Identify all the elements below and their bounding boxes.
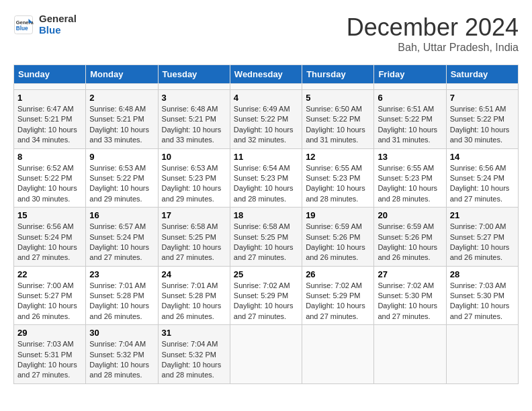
day-number: 12	[306, 152, 370, 162]
calendar-cell	[230, 325, 302, 384]
calendar-week-0	[14, 84, 519, 90]
day-number: 9	[89, 152, 154, 162]
day-number: 27	[378, 269, 442, 279]
day-number: 2	[89, 93, 154, 103]
day-info: Sunrise: 7:02 AMSunset: 5:29 PMDaylight:…	[306, 281, 370, 322]
calendar-cell: 31Sunrise: 7:04 AMSunset: 5:32 PMDayligh…	[158, 325, 230, 384]
calendar-cell: 3Sunrise: 6:48 AMSunset: 5:21 PMDaylight…	[158, 90, 230, 149]
calendar-cell	[230, 84, 302, 90]
day-info: Sunrise: 6:59 AMSunset: 5:26 PMDaylight:…	[378, 222, 442, 263]
day-number: 6	[378, 93, 442, 103]
calendar-week-1: 1Sunrise: 6:47 AMSunset: 5:21 PMDaylight…	[14, 90, 519, 149]
day-info: Sunrise: 6:51 AMSunset: 5:22 PMDaylight:…	[378, 104, 442, 146]
day-number: 4	[234, 93, 298, 103]
day-info: Sunrise: 6:50 AMSunset: 5:22 PMDaylight:…	[306, 104, 370, 146]
header-friday: Friday	[374, 65, 446, 84]
day-number: 29	[17, 328, 82, 338]
calendar-cell: 1Sunrise: 6:47 AMSunset: 5:21 PMDaylight…	[14, 90, 86, 149]
calendar-cell: 10Sunrise: 6:53 AMSunset: 5:23 PMDayligh…	[158, 148, 230, 208]
header-wednesday: Wednesday	[230, 65, 302, 84]
calendar-cell: 29Sunrise: 7:03 AMSunset: 5:31 PMDayligh…	[14, 325, 86, 384]
calendar-cell	[14, 84, 86, 90]
day-number: 30	[89, 328, 154, 338]
day-number: 25	[234, 269, 298, 279]
day-info: Sunrise: 6:58 AMSunset: 5:25 PMDaylight:…	[162, 222, 226, 263]
calendar-cell	[446, 325, 518, 384]
page-header: General Blue General Blue December 2024 …	[13, 13, 519, 54]
day-info: Sunrise: 6:55 AMSunset: 5:23 PMDaylight:…	[378, 163, 442, 205]
day-number: 11	[234, 152, 298, 162]
logo-text-blue: Blue	[39, 25, 77, 36]
day-number: 5	[306, 93, 370, 103]
calendar-cell: 14Sunrise: 6:56 AMSunset: 5:24 PMDayligh…	[446, 148, 518, 208]
calendar-cell: 17Sunrise: 6:58 AMSunset: 5:25 PMDayligh…	[158, 208, 230, 267]
day-info: Sunrise: 6:56 AMSunset: 5:24 PMDaylight:…	[17, 222, 82, 263]
day-number: 18	[234, 210, 298, 220]
calendar-cell: 27Sunrise: 7:02 AMSunset: 5:30 PMDayligh…	[374, 266, 446, 325]
day-number: 1	[17, 93, 82, 103]
day-number: 23	[89, 269, 154, 279]
calendar-cell: 11Sunrise: 6:54 AMSunset: 5:23 PMDayligh…	[230, 148, 302, 208]
day-number: 8	[17, 152, 82, 162]
calendar-cell: 18Sunrise: 6:58 AMSunset: 5:25 PMDayligh…	[230, 208, 302, 267]
calendar-cell: 23Sunrise: 7:01 AMSunset: 5:28 PMDayligh…	[86, 266, 158, 325]
header-saturday: Saturday	[446, 65, 518, 84]
day-number: 7	[450, 93, 515, 103]
calendar-cell: 2Sunrise: 6:48 AMSunset: 5:21 PMDaylight…	[86, 90, 158, 149]
calendar-week-3: 15Sunrise: 6:56 AMSunset: 5:24 PMDayligh…	[14, 208, 519, 267]
day-info: Sunrise: 6:54 AMSunset: 5:23 PMDaylight:…	[234, 163, 298, 205]
calendar-week-2: 8Sunrise: 6:52 AMSunset: 5:22 PMDaylight…	[14, 148, 519, 208]
day-number: 13	[378, 152, 442, 162]
day-info: Sunrise: 7:03 AMSunset: 5:30 PMDaylight:…	[450, 281, 515, 322]
day-info: Sunrise: 6:48 AMSunset: 5:21 PMDaylight:…	[89, 104, 154, 146]
day-info: Sunrise: 6:57 AMSunset: 5:24 PMDaylight:…	[89, 222, 154, 263]
calendar-cell	[86, 84, 158, 90]
day-info: Sunrise: 7:02 AMSunset: 5:30 PMDaylight:…	[378, 281, 442, 322]
day-info: Sunrise: 7:04 AMSunset: 5:32 PMDaylight:…	[89, 339, 154, 381]
day-info: Sunrise: 6:49 AMSunset: 5:22 PMDaylight:…	[234, 104, 298, 146]
day-number: 20	[378, 210, 442, 220]
day-info: Sunrise: 6:53 AMSunset: 5:23 PMDaylight:…	[162, 163, 226, 205]
calendar-cell: 16Sunrise: 6:57 AMSunset: 5:24 PMDayligh…	[86, 208, 158, 267]
calendar-week-4: 22Sunrise: 7:00 AMSunset: 5:27 PMDayligh…	[14, 266, 519, 325]
calendar-week-5: 29Sunrise: 7:03 AMSunset: 5:31 PMDayligh…	[14, 325, 519, 384]
calendar-cell: 12Sunrise: 6:55 AMSunset: 5:23 PMDayligh…	[302, 148, 374, 208]
header-thursday: Thursday	[302, 65, 374, 84]
calendar-cell: 5Sunrise: 6:50 AMSunset: 5:22 PMDaylight…	[302, 90, 374, 149]
day-info: Sunrise: 6:47 AMSunset: 5:21 PMDaylight:…	[17, 104, 82, 146]
calendar-cell	[446, 84, 518, 90]
calendar-cell	[158, 84, 230, 90]
calendar-cell: 22Sunrise: 7:00 AMSunset: 5:27 PMDayligh…	[14, 266, 86, 325]
day-info: Sunrise: 7:00 AMSunset: 5:27 PMDaylight:…	[17, 281, 82, 322]
day-info: Sunrise: 7:01 AMSunset: 5:28 PMDaylight:…	[162, 281, 226, 322]
calendar-cell: 25Sunrise: 7:02 AMSunset: 5:29 PMDayligh…	[230, 266, 302, 325]
calendar-cell: 8Sunrise: 6:52 AMSunset: 5:22 PMDaylight…	[14, 148, 86, 208]
calendar-cell: 26Sunrise: 7:02 AMSunset: 5:29 PMDayligh…	[302, 266, 374, 325]
calendar-cell	[302, 84, 374, 90]
calendar-cell: 7Sunrise: 6:51 AMSunset: 5:22 PMDaylight…	[446, 90, 518, 149]
day-info: Sunrise: 7:00 AMSunset: 5:27 PMDaylight:…	[450, 222, 515, 263]
day-number: 22	[17, 269, 82, 279]
calendar-cell: 9Sunrise: 6:53 AMSunset: 5:22 PMDaylight…	[86, 148, 158, 208]
day-number: 3	[162, 93, 226, 103]
logo-icon: General Blue	[13, 15, 34, 35]
day-number: 28	[450, 269, 515, 279]
calendar-cell: 6Sunrise: 6:51 AMSunset: 5:22 PMDaylight…	[374, 90, 446, 149]
day-number: 26	[306, 269, 370, 279]
day-number: 15	[17, 210, 82, 220]
calendar-cell: 19Sunrise: 6:59 AMSunset: 5:26 PMDayligh…	[302, 208, 374, 267]
calendar-table: SundayMondayTuesdayWednesdayThursdayFrid…	[13, 64, 519, 384]
calendar-cell: 21Sunrise: 7:00 AMSunset: 5:27 PMDayligh…	[446, 208, 518, 267]
day-number: 24	[162, 269, 226, 279]
day-info: Sunrise: 6:53 AMSunset: 5:22 PMDaylight:…	[89, 163, 154, 205]
logo: General Blue General Blue	[13, 13, 77, 36]
day-number: 10	[162, 152, 226, 162]
logo-text-general: General	[39, 13, 77, 25]
calendar-cell	[302, 325, 374, 384]
day-number: 17	[162, 210, 226, 220]
calendar-cell: 28Sunrise: 7:03 AMSunset: 5:30 PMDayligh…	[446, 266, 518, 325]
day-info: Sunrise: 6:58 AMSunset: 5:25 PMDaylight:…	[234, 222, 298, 263]
day-info: Sunrise: 7:02 AMSunset: 5:29 PMDaylight:…	[234, 281, 298, 322]
calendar-cell: 13Sunrise: 6:55 AMSunset: 5:23 PMDayligh…	[374, 148, 446, 208]
calendar-header-row: SundayMondayTuesdayWednesdayThursdayFrid…	[14, 65, 519, 84]
